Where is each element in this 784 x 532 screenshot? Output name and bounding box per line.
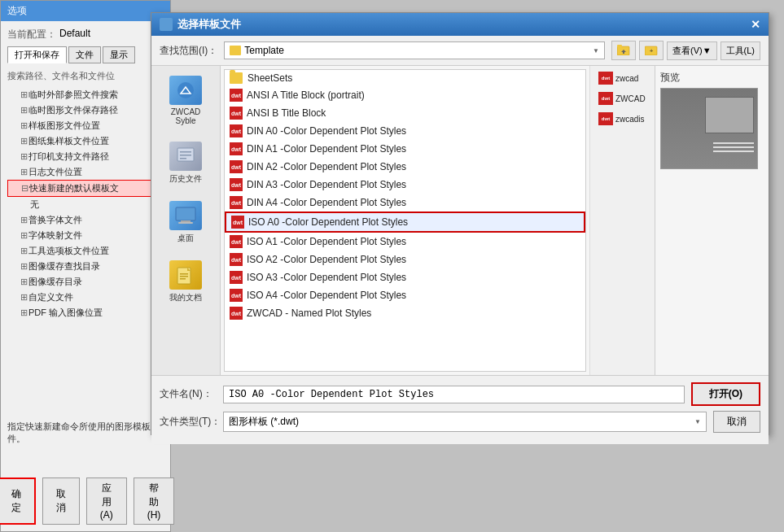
path-combo[interactable]: Template ▼: [224, 41, 605, 59]
dialog-cancel-button[interactable]: 取消: [713, 411, 760, 433]
file-item-din-a4[interactable]: dwt DIN A4 -Color Dependent Plot Styles: [225, 194, 585, 211]
dwt-icon: dwt: [230, 107, 243, 120]
tree-item-3[interactable]: ⊞图纸集样板文件位置: [7, 133, 164, 149]
file-name: DIN A1 -Color Dependent Plot Styles: [247, 143, 406, 155]
preview-panel: 预览: [655, 66, 769, 375]
dialog-bottom: 文件名(N)： 打开(O) 文件类型(T)： 图形样板 (*.dwt) ▼ 取消: [151, 375, 769, 444]
file-item-din-a1[interactable]: dwt DIN A1 -Color Dependent Plot Styles: [225, 140, 585, 158]
file-item-ansi-b[interactable]: dwt ANSI B Title Block: [225, 104, 585, 122]
options-buttons: 确定 取消 应用(A) 帮助(H): [7, 477, 164, 525]
filename-input[interactable]: [223, 386, 685, 403]
svg-rect-12: [178, 222, 193, 224]
preview-box: [660, 88, 758, 169]
dwt-icon: dwt: [230, 253, 243, 266]
zwcad-sm-icon3: dwt: [598, 112, 613, 125]
dialog-toolbar: 查找范围(I)： Template ▼ +: [151, 36, 769, 66]
file-item-iso-a0[interactable]: dwt ISO A0 -Color Dependent Plot Styles: [225, 211, 585, 233]
tree-item-13[interactable]: ⊞自定义文件: [7, 290, 164, 305]
dialog-sidebar: ZWCAD Syble 历史文件: [151, 66, 221, 375]
sidebar-zwcad[interactable]: ZWCAD Syble: [157, 72, 214, 129]
sidebar-documents-label: 我的文档: [169, 292, 202, 303]
right-item-zwcadis[interactable]: dwt zwcadis: [593, 110, 651, 128]
tree-item-10[interactable]: ⊞工具选项板文件位置: [7, 243, 164, 259]
tree-item-11[interactable]: ⊞图像缓存查找目录: [7, 259, 164, 274]
file-name: ISO A0 -Color Dependent Plot Styles: [248, 216, 408, 228]
file-item-din-a2[interactable]: dwt DIN A2 -Color Dependent Plot Styles: [225, 158, 585, 176]
filetype-row: 文件类型(T)： 图形样板 (*.dwt) ▼ 取消: [160, 411, 760, 433]
sidebar-desktop[interactable]: 桌面: [157, 198, 214, 247]
svg-rect-15: [180, 276, 188, 277]
tab-display[interactable]: 显示: [103, 46, 135, 63]
filetype-combo[interactable]: 图形样板 (*.dwt) ▼: [223, 412, 707, 432]
options-tabs: 打开和保存 文件 显示: [7, 46, 164, 63]
tree-item-8[interactable]: ⊞普换字体文件: [7, 212, 164, 228]
documents-icon: [169, 260, 202, 290]
file-item-iso-a1[interactable]: dwt ISO A1 -Color Dependent Plot Styles: [225, 233, 585, 251]
file-item-ansi-a[interactable]: dwt ANSI A Title Block (portrait): [225, 86, 585, 104]
zwcad-icon: [169, 76, 202, 105]
tree-item-4[interactable]: ⊞打印机支持文件路径: [7, 149, 164, 164]
file-item-din-a3[interactable]: dwt DIN A3 -Color Dependent Plot Styles: [225, 176, 585, 194]
search-label: 搜索路径、文件名和文件位: [7, 70, 164, 82]
tools-button[interactable]: 工具(L): [720, 41, 760, 60]
dialog-title-left: 选择样板文件: [160, 17, 241, 32]
ok-button[interactable]: 确定: [0, 477, 36, 525]
svg-rect-8: [180, 155, 191, 156]
location-label: 查找范围(I)：: [160, 44, 217, 58]
new-folder-button[interactable]: +: [639, 41, 664, 60]
dialog-toolbar-right: + 查看(V)▼ 工具(L): [611, 41, 760, 60]
tree-item-1[interactable]: ⊞临时图形文件保存路径: [7, 102, 164, 118]
tree-item-none[interactable]: 无: [7, 197, 164, 212]
right-item-ZWCAD[interactable]: dwt ZWCAD: [593, 89, 651, 107]
sidebar-history-label: 历史文件: [169, 173, 202, 185]
file-name: ZWCAD - Named Plot Styles: [247, 307, 371, 319]
file-list[interactable]: SheetSets dwt ANSI A Title Block (portra…: [224, 69, 586, 372]
tree-item-12[interactable]: ⊞图像缓存目录: [7, 274, 164, 290]
sidebar-history[interactable]: 历史文件: [157, 138, 214, 188]
svg-text:+: +: [650, 47, 654, 55]
file-item-iso-a4[interactable]: dwt ISO A4 -Color Dependent Plot Styles: [225, 286, 585, 304]
tab-open-save[interactable]: 打开和保存: [7, 46, 67, 63]
dialog-titlebar: 选择样板文件 ✕: [151, 13, 769, 36]
tree-item-9[interactable]: ⊞字体映射文件: [7, 228, 164, 243]
new-folder-icon: +: [645, 44, 658, 55]
desktop-icon: [169, 201, 202, 230]
sidebar-documents[interactable]: 我的文档: [157, 257, 214, 307]
dwt-icon: dwt: [230, 89, 243, 102]
file-item-zwcad-named[interactable]: dwt ZWCAD - Named Plot Styles: [225, 304, 585, 322]
folder-icon: [230, 46, 241, 55]
file-item-din-a0[interactable]: dwt DIN A0 -Color Dependent Plot Styles: [225, 122, 585, 140]
tree-item-0[interactable]: ⊞临时外部参照文件搜索: [7, 87, 164, 102]
help-button[interactable]: 帮助(H): [134, 477, 175, 525]
filetype-combo-arrow: ▼: [694, 418, 701, 425]
tab-file[interactable]: 文件: [68, 46, 101, 63]
folder-up-icon: [617, 44, 630, 55]
dialog-close-button[interactable]: ✕: [751, 18, 760, 31]
file-item-iso-a3[interactable]: dwt ISO A3 -Color Dependent Plot Styles: [225, 268, 585, 286]
dialog-body: ZWCAD Syble 历史文件: [151, 66, 769, 375]
file-item-iso-a2[interactable]: dwt ISO A2 -Color Dependent Plot Styles: [225, 251, 585, 268]
file-name: ISO A1 -Color Dependent Plot Styles: [247, 236, 406, 247]
tree-item-2[interactable]: ⊞样板图形文件位置: [7, 118, 164, 133]
dwt-icon: dwt: [230, 235, 243, 248]
file-name: ISO A4 -Color Dependent Plot Styles: [247, 290, 406, 301]
open-button[interactable]: 打开(O): [691, 382, 760, 406]
right-item-zwcad[interactable]: dwt zwcad: [593, 69, 651, 87]
file-name: DIN A0 -Color Dependent Plot Styles: [247, 125, 406, 137]
tree-item-14[interactable]: ⊞PDF 输入图像位置: [7, 305, 164, 321]
tree-item-default-template[interactable]: ⊟快速新建的默认模板文: [7, 180, 164, 197]
file-item-sheetsets[interactable]: SheetSets: [225, 70, 585, 86]
tree-item-5[interactable]: ⊞日志文件位置: [7, 164, 164, 180]
sidebar-desktop-label: 桌面: [177, 233, 194, 244]
dwt-icon: dwt: [230, 196, 243, 209]
options-content: 当前配置： Default 打开和保存 文件 显示 搜索路径、文件名和文件位 ⊞…: [1, 21, 170, 327]
apply-button[interactable]: 应用(A): [86, 477, 127, 525]
options-cancel-button[interactable]: 取消: [42, 477, 80, 525]
dwt-icon: dwt: [230, 307, 243, 320]
right-col: dwt zwcad dwt ZWCAD dwt zwcadis: [589, 66, 655, 375]
folder-up-button[interactable]: [611, 41, 636, 60]
history-icon: [169, 142, 202, 171]
svg-point-5: [177, 82, 194, 98]
dwt-icon: dwt: [230, 178, 243, 191]
view-button[interactable]: 查看(V)▼: [667, 41, 717, 60]
